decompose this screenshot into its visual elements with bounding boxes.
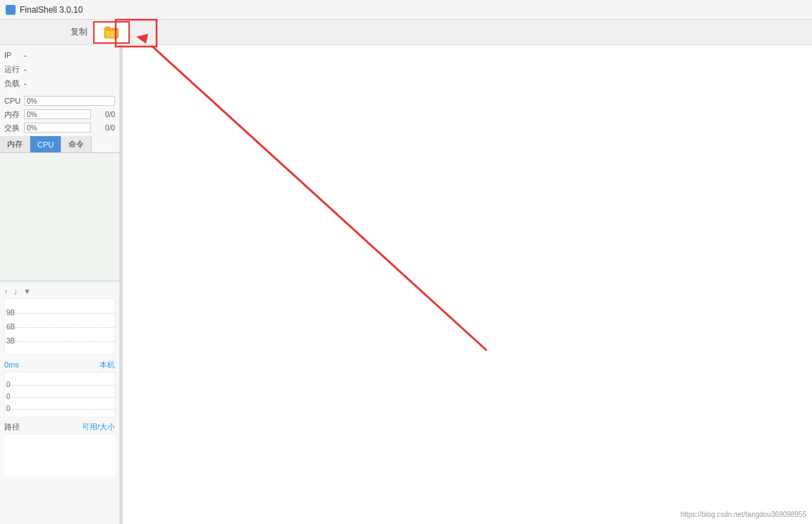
swap-stat-bar: 0%: [24, 123, 91, 133]
main-container: IP - 运行 - 负载 - CPU 0% 内存: [0, 45, 812, 524]
ping-val-1: 0: [6, 381, 11, 389]
ip-label: IP: [4, 51, 24, 59]
tab-cpu[interactable]: CPU: [30, 136, 61, 152]
tab-bar: 内存 CPU 命令: [0, 136, 119, 153]
net-label-3b: 3B: [6, 337, 15, 345]
titlebar: FinalShell 3.0.10: [0, 0, 812, 20]
swap-stat-row: 交换 0% 0/0: [4, 121, 115, 134]
disk-path-label: 路径: [4, 422, 73, 432]
net-indicator: ▼: [23, 287, 31, 295]
mem-stat-row: 内存 0% 0/0: [4, 108, 115, 121]
ping-local-label: 本机: [99, 360, 115, 370]
tab-command[interactable]: 命令: [61, 136, 92, 152]
tab-command-label: 命令: [68, 139, 84, 150]
upload-icon: ↑: [4, 287, 8, 295]
ping-chart: 0 0 0: [4, 372, 115, 418]
info-section: IP - 运行 - 负载 -: [0, 45, 119, 93]
load-row: 负载 -: [4, 76, 115, 90]
net-label-6b: 6B: [6, 323, 15, 331]
mem-stat-label: 内存: [4, 109, 24, 120]
ping-line-2: [5, 397, 114, 398]
tab-memory-label: 内存: [7, 139, 23, 150]
cpu-chart-area: [0, 153, 119, 281]
top-toolbar: 复制: [0, 20, 812, 45]
run-label: 运行: [4, 64, 24, 75]
ping-val-3: 0: [6, 405, 11, 413]
cpu-stat-label: CPU: [4, 97, 24, 105]
run-value: -: [24, 65, 27, 73]
stats-section: CPU 0% 内存 0% 0/0 交换 0% 0/0: [0, 93, 119, 136]
swap-stat-value: 0%: [27, 124, 37, 132]
net-label-9b: 9B: [6, 309, 15, 317]
cpu-stat-row: CPU 0%: [4, 95, 115, 107]
net-line-3b: [5, 341, 114, 342]
ping-line-1: [5, 385, 114, 386]
download-icon: ↓: [14, 287, 18, 295]
folder-open-icon: [103, 25, 120, 39]
load-label: 负载: [4, 78, 24, 89]
disk-header: 路径 可用/大小: [4, 420, 115, 434]
disk-content: [4, 434, 115, 477]
cpu-stat-bar: 0%: [24, 96, 115, 106]
network-section: ↑ ↓ ▼ 9B 6B 3B: [0, 281, 119, 356]
swap-stat-label: 交换: [4, 123, 24, 133]
ping-line-3: [5, 409, 114, 410]
disk-section: 路径 可用/大小: [0, 419, 119, 524]
folder-open-button[interactable]: [93, 21, 130, 44]
ping-header: 0ms 本机: [4, 358, 115, 372]
app-title: FinalShell 3.0.10: [20, 5, 83, 15]
swap-stat-extra: 0/0: [94, 124, 115, 132]
network-chart: 9B 6B 3B: [4, 298, 115, 355]
ip-row: IP -: [4, 48, 115, 62]
ping-section: 0ms 本机 0 0 0: [0, 356, 119, 419]
mem-stat-bar: 0%: [24, 109, 91, 119]
copy-label: 复制: [71, 26, 87, 38]
disk-avail-label: 可用/大小: [73, 422, 115, 432]
net-line-6b: [5, 327, 114, 328]
load-value: -: [24, 79, 27, 87]
tab-cpu-label: CPU: [37, 140, 54, 149]
cpu-stat-value: 0%: [27, 97, 37, 105]
network-header: ↑ ↓ ▼: [4, 284, 115, 298]
net-line-9b: [5, 313, 114, 314]
ping-ms-value: 0ms: [4, 360, 19, 369]
watermark: https://blog.csdn.net/tangdou369098955: [681, 511, 806, 518]
mem-stat-extra: 0/0: [94, 111, 115, 118]
ip-value: -: [24, 51, 27, 59]
tab-memory[interactable]: 内存: [0, 136, 30, 152]
right-content-area: [123, 45, 812, 524]
run-row: 运行 -: [4, 62, 115, 76]
mem-stat-value: 0%: [27, 111, 37, 118]
app-icon: [6, 5, 16, 15]
sidebar: IP - 运行 - 负载 - CPU 0% 内存: [0, 45, 120, 524]
ping-val-2: 0: [6, 393, 11, 401]
